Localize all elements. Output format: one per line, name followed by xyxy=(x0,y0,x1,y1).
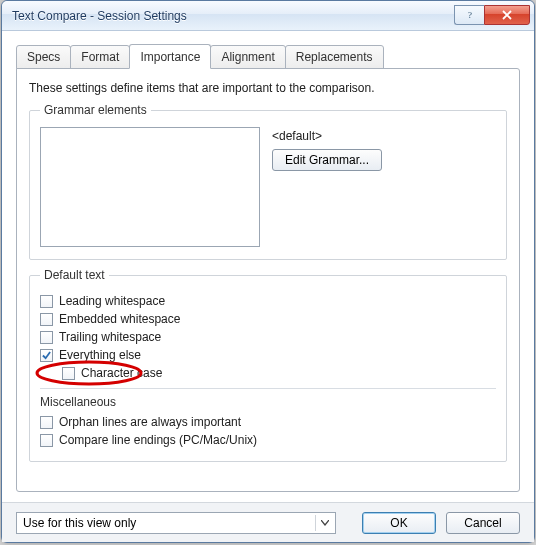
tab-strip: Specs Format Importance Alignment Replac… xyxy=(16,45,520,69)
tab-format[interactable]: Format xyxy=(70,45,130,69)
panel-description: These settings define items that are imp… xyxy=(29,81,507,95)
close-icon xyxy=(502,10,512,20)
checkbox-icon xyxy=(40,313,53,326)
title-bar: Text Compare - Session Settings ? xyxy=(2,1,534,31)
checkbox-label: Trailing whitespace xyxy=(59,330,161,344)
close-button[interactable] xyxy=(484,5,530,25)
checkbox-label: Orphan lines are always important xyxy=(59,415,241,429)
checkbox-leading-whitespace[interactable]: Leading whitespace xyxy=(40,292,496,310)
ok-button[interactable]: OK xyxy=(362,512,436,534)
checkbox-label: Embedded whitespace xyxy=(59,312,180,326)
checkbox-label: Character case xyxy=(81,366,162,380)
checkbox-label: Everything else xyxy=(59,348,141,362)
cancel-button[interactable]: Cancel xyxy=(446,512,520,534)
dialog-window: Text Compare - Session Settings ? Specs … xyxy=(1,0,535,543)
checkbox-icon xyxy=(40,349,53,362)
help-icon: ? xyxy=(465,10,475,20)
checkbox-orphan-lines[interactable]: Orphan lines are always important xyxy=(40,413,496,431)
checkbox-icon xyxy=(40,416,53,429)
tab-replacements[interactable]: Replacements xyxy=(285,45,384,69)
scope-selected-value: Use for this view only xyxy=(23,516,136,530)
checkbox-icon xyxy=(40,295,53,308)
default-text-group: Default text Leading whitespace Embedded… xyxy=(29,268,507,462)
tab-alignment[interactable]: Alignment xyxy=(210,45,285,69)
separator xyxy=(40,388,496,389)
checkbox-icon xyxy=(62,367,75,380)
tab-label: Importance xyxy=(140,50,200,64)
checkbox-compare-line-endings[interactable]: Compare line endings (PC/Mac/Unix) xyxy=(40,431,496,449)
tab-label: Format xyxy=(81,50,119,64)
default-text-legend: Default text xyxy=(40,268,109,282)
grammar-legend: Grammar elements xyxy=(40,103,151,117)
tab-label: Specs xyxy=(27,50,60,64)
misc-legend: Miscellaneous xyxy=(40,395,496,409)
checkbox-icon xyxy=(40,331,53,344)
scope-dropdown[interactable]: Use for this view only xyxy=(16,512,336,534)
tab-specs[interactable]: Specs xyxy=(16,45,71,69)
grammar-group: Grammar elements <default> Edit Grammar.… xyxy=(29,103,507,260)
grammar-side: <default> Edit Grammar... xyxy=(272,127,382,247)
dialog-footer: Use for this view only OK Cancel xyxy=(2,502,534,542)
window-buttons: ? xyxy=(454,6,530,26)
tab-importance[interactable]: Importance xyxy=(129,44,211,69)
chevron-down-icon xyxy=(315,515,333,531)
grammar-listbox[interactable] xyxy=(40,127,260,247)
checkbox-character-case[interactable]: Character case xyxy=(40,364,496,382)
checkbox-label: Compare line endings (PC/Mac/Unix) xyxy=(59,433,257,447)
checkbox-icon xyxy=(40,434,53,447)
tab-label: Alignment xyxy=(221,50,274,64)
grammar-default-label: <default> xyxy=(272,129,382,143)
edit-grammar-button[interactable]: Edit Grammar... xyxy=(272,149,382,171)
checkbox-label: Leading whitespace xyxy=(59,294,165,308)
client-area: Specs Format Importance Alignment Replac… xyxy=(2,31,534,502)
checkbox-everything-else[interactable]: Everything else xyxy=(40,346,496,364)
checkbox-trailing-whitespace[interactable]: Trailing whitespace xyxy=(40,328,496,346)
checkbox-embedded-whitespace[interactable]: Embedded whitespace xyxy=(40,310,496,328)
window-title: Text Compare - Session Settings xyxy=(12,9,454,23)
svg-text:?: ? xyxy=(468,10,472,20)
help-button[interactable]: ? xyxy=(454,5,484,25)
tab-label: Replacements xyxy=(296,50,373,64)
grammar-row: <default> Edit Grammar... xyxy=(40,127,496,247)
tab-panel-importance: These settings define items that are imp… xyxy=(16,68,520,492)
